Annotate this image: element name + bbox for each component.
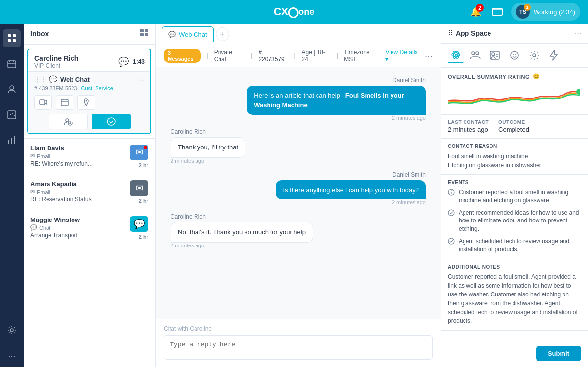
webchat-bubble-icon: 💬 [49, 75, 57, 83]
view-details-button[interactable]: View Details ▾ [385, 49, 421, 63]
contact-reason-title: CONTACT REASON [448, 144, 581, 149]
webchat-bottom-actions [34, 114, 145, 129]
svg-rect-11 [11, 138, 12, 144]
chat-reply-input[interactable] [164, 335, 433, 360]
svg-rect-10 [8, 140, 9, 144]
webchat-complete-button[interactable] [92, 114, 131, 129]
summary-stats: LAST CONTACT 2 minutes ago OUTCOME Compl… [441, 115, 588, 139]
message-time-3: 2 minutes ago [392, 199, 426, 205]
webchat-video-button[interactable] [34, 95, 52, 110]
email-icon-amara: ✉ [30, 189, 35, 195]
svg-point-32 [511, 51, 518, 59]
contact-time-amara: 2 hr [139, 198, 148, 204]
main-layout: ··· Inbox Caroline Rich VIP Client 💬 1:4… [0, 24, 588, 367]
contact-list-item-amara[interactable]: Amara Kapadia ✉ Email RE: Reservation St… [24, 174, 155, 210]
message-group-4: Caroline Rich No, that's it. Thank you s… [171, 213, 426, 248]
event-item-1: Customer reported a foul smell in washin… [448, 188, 581, 205]
sidebar-item-reports[interactable] [3, 106, 21, 123]
grid-dots-icon: ⠿ [448, 29, 453, 37]
tab-webchat[interactable]: 💬 Web Chat [162, 26, 214, 42]
sidebar-item-settings[interactable] [3, 321, 21, 339]
events-section: EVENTS Customer reported a foul smell in… [441, 175, 588, 259]
chat-tab-label: Web Chat [179, 31, 207, 38]
inbox-layout-button[interactable] [140, 29, 148, 38]
add-tab-button[interactable]: + [216, 27, 229, 41]
inbox-panel: Inbox Caroline Rich VIP Client 💬 1:43 [24, 24, 156, 367]
additional-notes-text: Customer reported a foul smell. Agent pr… [448, 272, 581, 325]
svg-rect-4 [13, 34, 16, 37]
contact-name-amara: Amara Kapadia [30, 180, 130, 188]
message-group-2: Caroline Rich Thank you, I'll try that 2… [171, 128, 426, 164]
app-tab-atom[interactable] [448, 48, 464, 63]
agent-status-button[interactable]: TS 1 Working (2:34) [511, 3, 580, 21]
app-tab-lightning[interactable] [546, 48, 562, 63]
contact-subject-maggie: Arrange Transport [30, 232, 130, 239]
sidebar-item-calendar[interactable] [3, 55, 21, 73]
link-icon-button[interactable] [490, 4, 505, 20]
svg-point-33 [513, 54, 514, 55]
svg-rect-3 [8, 34, 11, 37]
chat-bubble-icon: 💬 [118, 56, 129, 67]
timezone-label: Timezone | MST [344, 49, 385, 63]
webchat-location-button[interactable] [77, 95, 95, 110]
submit-button[interactable]: Submit [536, 346, 581, 361]
active-contact-time: 1:43 [133, 58, 145, 65]
sidebar-item-contacts[interactable] [3, 80, 21, 98]
webchat-more-button[interactable]: ··· [139, 76, 145, 83]
svg-point-39 [448, 210, 454, 216]
event-text-2: Agent recommended ideas for how to use a… [459, 209, 581, 233]
logo: CX one [274, 5, 315, 18]
logo-circle [288, 7, 298, 18]
app-tab-card[interactable] [487, 48, 503, 63]
chat-info-more-button[interactable]: ⋯ [425, 51, 433, 61]
events-title: EVENTS [448, 180, 581, 185]
webchat-schedule-button[interactable] [56, 95, 74, 110]
logo-cx-text: CX [274, 5, 288, 18]
svg-rect-7 [8, 61, 16, 68]
contact-reason-text-2: Etching on glassware in dishwasher [448, 161, 581, 170]
sidebar-icons: ··· [0, 24, 24, 367]
app-tab-settings[interactable] [526, 48, 542, 63]
app-space-more-button[interactable]: ⋯ [575, 30, 581, 37]
app-tab-emoji[interactable] [507, 48, 522, 63]
contact-list-item-maggie[interactable]: Maggie Winslow 💬 Chat Arrange Transport … [24, 210, 155, 245]
webchat-assign-button[interactable] [49, 114, 88, 129]
svg-point-40 [448, 238, 454, 244]
svg-point-29 [476, 52, 479, 55]
outcome-stat: OUTCOME Completed [498, 120, 529, 133]
event-item-3: Agent scheduled tech to review usage and… [448, 237, 581, 254]
sender-name-2: Caroline Rich [171, 128, 206, 135]
logo-one-text: one [298, 7, 314, 17]
outcome-value: Completed [498, 126, 529, 133]
contact-subject-liam: RE: Where's my refun... [30, 160, 130, 167]
webchat-label: Web Chat [60, 76, 90, 83]
svg-point-31 [492, 53, 495, 56]
submit-row: Submit [441, 340, 588, 367]
contact-subject-amara: RE: Reservation Status [30, 196, 130, 203]
sidebar-more-button[interactable]: ··· [8, 351, 15, 361]
event-icon-2 [448, 209, 455, 218]
contact-reason-section: CONTACT REASON Foul smell in washing mac… [441, 139, 588, 175]
events-list: Customer reported a foul smell in washin… [448, 188, 581, 254]
message-time-4: 2 minutes ago [171, 243, 204, 248]
notifications-button[interactable]: 🔔 2 [468, 4, 484, 20]
svg-point-36 [576, 89, 580, 95]
sender-name-1: Daniel Smith [392, 77, 426, 84]
app-tab-people[interactable] [467, 48, 483, 63]
outcome-label: OUTCOME [498, 120, 529, 125]
email-badge-liam: ✉ [130, 145, 148, 160]
svg-point-38 [451, 190, 452, 191]
sidebar-item-dashboard[interactable] [3, 29, 21, 47]
header-right: 🔔 2 TS 1 Working (2:34) [468, 3, 580, 21]
event-text-3: Agent scheduled tech to review usage and… [459, 237, 581, 254]
chat-main: 💬 Web Chat + 3 Messages | Private Chat |… [156, 24, 441, 367]
svg-rect-17 [145, 33, 148, 36]
messages-area: Daniel Smith Here is an article that can… [156, 67, 441, 319]
last-contact-value: 2 minutes ago [448, 126, 489, 133]
unread-dot-liam [144, 146, 147, 149]
sidebar-item-analytics[interactable] [3, 131, 21, 149]
message-group-1: Daniel Smith Here is an article that can… [171, 77, 426, 121]
contact-list-item-liam[interactable]: Liam Davis ✉ Email RE: Where's my refun.… [24, 138, 155, 174]
svg-point-34 [515, 54, 516, 55]
email-badge-amara: ✉ [130, 180, 148, 196]
